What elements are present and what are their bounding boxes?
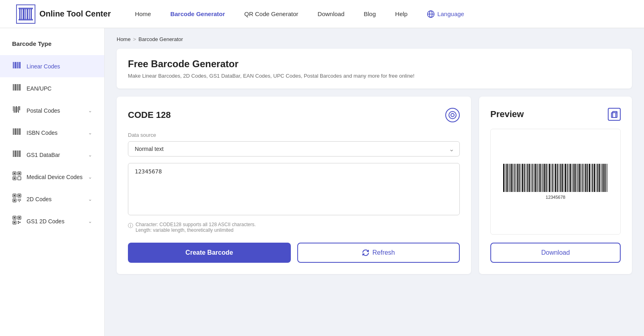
code-header: CODE 128 bbox=[128, 108, 460, 122]
nav-barcode-generator[interactable]: Barcode Generator bbox=[170, 10, 225, 17]
sidebar-item-left: GS1 2D Codes bbox=[12, 216, 64, 227]
sidebar-item-medical-device-codes[interactable]: Medical Device Codes ⌄ bbox=[0, 166, 104, 188]
svg-rect-121 bbox=[568, 164, 569, 192]
nav-home[interactable]: Home bbox=[135, 10, 151, 17]
sidebar-item-gs1-2d-codes[interactable]: GS1 2D Codes ⌄ bbox=[0, 210, 104, 232]
svg-rect-36 bbox=[16, 128, 17, 135]
svg-rect-15 bbox=[16, 62, 17, 68]
svg-rect-95 bbox=[527, 164, 528, 192]
barcode-data-input[interactable]: 12345678 bbox=[128, 163, 460, 215]
sidebar-item-2d-codes[interactable]: 2D Codes ⌄ bbox=[0, 188, 104, 210]
svg-rect-26 bbox=[13, 106, 13, 111]
svg-rect-85 bbox=[511, 164, 512, 192]
svg-rect-118 bbox=[564, 164, 564, 192]
data-source-select[interactable]: Normal text Hex Base64 bbox=[128, 141, 460, 157]
svg-rect-116 bbox=[560, 164, 561, 192]
settings-button[interactable] bbox=[445, 108, 460, 122]
button-row: Create Barcode Refresh bbox=[128, 243, 460, 263]
refresh-label: Refresh bbox=[372, 249, 395, 256]
barcode-preview-svg: 12345678 bbox=[499, 162, 612, 202]
copy-button[interactable] bbox=[608, 108, 621, 121]
refresh-button[interactable]: Refresh bbox=[297, 243, 460, 263]
svg-rect-80 bbox=[503, 164, 504, 192]
svg-rect-82 bbox=[506, 164, 508, 192]
svg-rect-133 bbox=[587, 164, 588, 192]
svg-rect-64 bbox=[20, 200, 21, 201]
sidebar-item-left: Postal Codes bbox=[12, 105, 60, 116]
svg-rect-59 bbox=[19, 195, 20, 196]
info-text: ⓘ Character: CODE128 supports all 128 AS… bbox=[128, 222, 460, 233]
info-line1: Character: CODE128 supports all 128 ASCI… bbox=[136, 222, 256, 227]
svg-rect-112 bbox=[554, 164, 554, 192]
nav-language[interactable]: Language bbox=[427, 10, 464, 18]
sidebar-item-left: 2D Codes bbox=[12, 194, 51, 204]
svg-rect-33 bbox=[13, 128, 14, 135]
sidebar-item-label: Linear Codes bbox=[27, 63, 60, 70]
svg-rect-119 bbox=[565, 164, 566, 192]
info-content: Character: CODE128 supports all 128 ASCI… bbox=[136, 222, 256, 233]
sidebar-item-isbn-codes[interactable]: ISBN Codes ⌄ bbox=[0, 122, 104, 144]
sidebar-item-ean-upc[interactable]: EAN/UPC bbox=[0, 77, 104, 99]
svg-rect-126 bbox=[576, 164, 577, 192]
svg-rect-60 bbox=[18, 199, 19, 200]
nav-download[interactable]: Download bbox=[318, 10, 345, 17]
nav-blog[interactable]: Blog bbox=[364, 10, 376, 17]
left-panel: CODE 128 Data source Normal text Hex Bas… bbox=[117, 97, 471, 274]
svg-rect-57 bbox=[14, 195, 15, 196]
gs1-2d-codes-icon bbox=[12, 216, 22, 227]
svg-rect-136 bbox=[592, 164, 593, 192]
svg-rect-134 bbox=[589, 164, 590, 192]
svg-rect-39 bbox=[19, 128, 21, 135]
svg-rect-28 bbox=[15, 107, 15, 113]
svg-rect-140 bbox=[599, 164, 600, 192]
hero-card: Free Barcode Generator Make Linear Barco… bbox=[117, 49, 632, 89]
svg-rect-61 bbox=[19, 199, 20, 200]
svg-rect-108 bbox=[548, 164, 548, 192]
svg-rect-99 bbox=[533, 164, 534, 192]
sidebar-item-left: GS1 DataBar bbox=[12, 149, 60, 160]
chevron-down-icon: ⌄ bbox=[88, 174, 92, 180]
sidebar-item-left: Medical Device Codes bbox=[12, 171, 82, 182]
nav-help[interactable]: Help bbox=[395, 10, 407, 17]
svg-rect-90 bbox=[519, 164, 520, 192]
breadcrumb-current: Barcode Generator bbox=[138, 36, 183, 42]
svg-rect-16 bbox=[17, 62, 18, 68]
content-area: Home > Barcode Generator Free Barcode Ge… bbox=[105, 28, 644, 336]
sidebar-item-left: Linear Codes bbox=[12, 61, 60, 72]
preview-header: Preview bbox=[490, 108, 621, 121]
svg-rect-2 bbox=[23, 8, 25, 20]
svg-rect-17 bbox=[19, 62, 19, 68]
svg-rect-89 bbox=[517, 164, 518, 192]
svg-rect-72 bbox=[19, 217, 20, 219]
create-barcode-button[interactable]: Create Barcode bbox=[128, 243, 291, 263]
hero-title: Free Barcode Generator bbox=[128, 58, 621, 70]
sidebar-item-postal-codes[interactable]: Postal Codes ⌄ bbox=[0, 99, 104, 122]
download-button[interactable]: Download bbox=[490, 243, 621, 263]
svg-rect-46 bbox=[19, 150, 21, 157]
logo[interactable]: Online Tool Center bbox=[16, 4, 111, 24]
svg-rect-97 bbox=[531, 164, 531, 192]
sidebar-item-left: EAN/UPC bbox=[12, 83, 51, 94]
isbn-codes-icon bbox=[12, 127, 22, 138]
svg-rect-13 bbox=[14, 62, 14, 68]
sidebar-item-gs1-databar[interactable]: GS1 DataBar ⌄ bbox=[0, 144, 104, 166]
svg-text:12345678: 12345678 bbox=[546, 195, 566, 200]
svg-rect-143 bbox=[603, 164, 605, 192]
svg-rect-45 bbox=[19, 150, 19, 157]
svg-rect-139 bbox=[597, 164, 598, 192]
2d-codes-icon bbox=[12, 194, 22, 204]
breadcrumb-home[interactable]: Home bbox=[117, 36, 131, 42]
svg-point-77 bbox=[451, 113, 454, 117]
svg-rect-117 bbox=[562, 164, 563, 192]
svg-rect-141 bbox=[601, 164, 601, 192]
svg-rect-122 bbox=[570, 164, 571, 192]
nav-qr-generator[interactable]: QR Code Generator bbox=[244, 10, 298, 17]
globe-icon bbox=[427, 10, 435, 18]
svg-rect-129 bbox=[581, 164, 582, 192]
svg-rect-38 bbox=[19, 128, 19, 135]
svg-rect-93 bbox=[524, 164, 525, 192]
ean-upc-icon bbox=[12, 83, 22, 94]
sidebar-item-linear-codes[interactable]: Linear Codes bbox=[0, 55, 104, 77]
svg-rect-4 bbox=[27, 8, 28, 20]
svg-rect-52 bbox=[14, 177, 15, 179]
